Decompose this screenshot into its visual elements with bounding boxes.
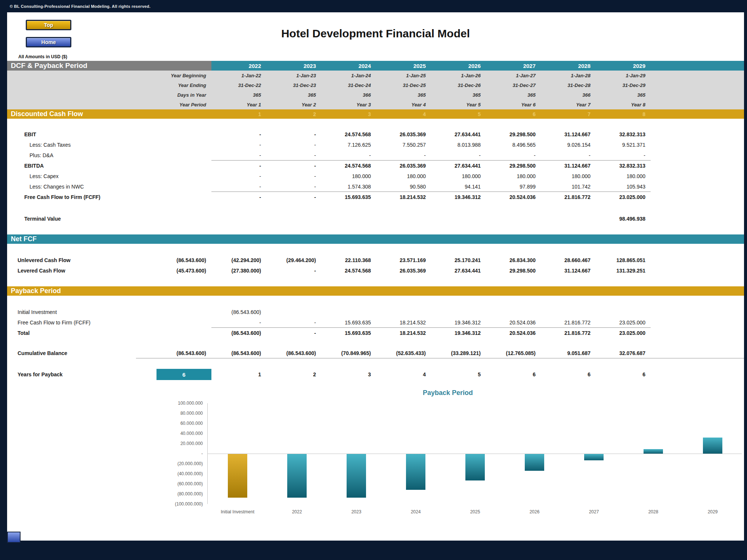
info-row-label[interactable]: Year Ending [7,83,211,88]
info-cell[interactable]: 31-Dec-29 [596,83,651,88]
info-cell[interactable]: Year 2 [266,102,321,108]
row-label[interactable]: Cumulative Balance [7,350,156,356]
value-cell[interactable]: - [596,152,651,158]
table-header-title[interactable]: DCF & Payback Period [7,61,211,71]
value-cell[interactable]: 15.693.635 [321,330,376,336]
info-cell[interactable]: Year 6 [486,102,541,108]
value-cell[interactable]: 7.550.257 [376,142,431,148]
row-label[interactable]: Terminal Value [7,216,156,222]
value-cell[interactable]: 26.035.369 [376,268,431,274]
info-row-label[interactable]: Year Period [7,102,211,108]
value-cell[interactable]: 21.816.772 [541,194,596,200]
value-cell[interactable]: - [486,152,541,158]
value-cell[interactable]: - [211,163,266,169]
value-cell[interactable]: 18.214.532 [376,320,431,326]
row-label[interactable]: Unlevered Cash Flow [7,257,156,263]
value-cell[interactable]: 24.574.568 [321,131,376,137]
row-label[interactable]: Plus: D&A [7,152,156,158]
value-cell[interactable]: 3 [321,371,376,377]
value-cell[interactable]: 180.000 [486,173,541,179]
value-cell[interactable]: 26.035.369 [376,131,431,137]
value-cell[interactable]: 180.000 [431,173,486,179]
value-cell[interactable]: - [431,152,486,158]
value-cell[interactable]: 15.693.635 [321,320,376,326]
value-cell[interactable]: (86.543.600) [266,350,321,356]
value-cell[interactable]: 29.298.500 [486,268,541,274]
value-cell[interactable]: 9.521.371 [596,142,651,148]
value-cell[interactable]: - [266,163,321,169]
value-cell[interactable]: 32.832.313 [596,131,651,137]
value-cell[interactable]: 25.170.241 [431,257,486,263]
row-label[interactable]: Levered Cash Flow [7,268,156,274]
value-cell[interactable]: - [211,142,266,148]
value-cell[interactable]: - [211,194,266,200]
value-cell[interactable]: (52.635.433) [376,350,431,356]
value-cell[interactable]: 7.126.625 [321,142,376,148]
value-cell[interactable]: 29.298.500 [486,131,541,137]
value-cell[interactable]: 180.000 [596,173,651,179]
value-cell[interactable]: 131.329.251 [596,268,651,274]
info-cell[interactable]: 366 [321,92,376,98]
value-cell[interactable]: 15.693.635 [321,194,376,200]
info-cell[interactable]: 366 [541,92,596,98]
year-header[interactable]: 2025 [376,63,431,69]
info-cell[interactable]: 365 [376,92,431,98]
info-cell[interactable]: 365 [211,92,266,98]
value-cell[interactable]: (70.849.965) [321,350,376,356]
value-cell[interactable]: 180.000 [321,173,376,179]
value-cell[interactable]: 8.496.565 [486,142,541,148]
value-cell[interactable]: 2 [266,371,321,377]
year-header[interactable]: 2029 [596,63,651,69]
info-cell[interactable]: 1-Jan-26 [431,73,486,78]
value-cell[interactable]: - [541,152,596,158]
value-cell[interactable]: 20.524.036 [486,320,541,326]
value-cell[interactable]: (45.473.600) [156,268,211,274]
row-label[interactable]: Years for Payback [7,371,156,377]
top-button[interactable]: Top [26,20,71,30]
value-cell[interactable]: 31.124.667 [541,268,596,274]
value-cell[interactable]: 6 [596,371,651,377]
value-cell[interactable]: 19.346.312 [431,194,486,200]
value-cell[interactable]: 8.013.988 [431,142,486,148]
info-cell[interactable]: 365 [596,92,651,98]
bottom-left-button[interactable] [7,532,21,543]
value-cell[interactable]: 180.000 [376,173,431,179]
value-cell[interactable]: - [266,131,321,137]
value-cell[interactable]: - [211,152,266,158]
value-cell[interactable]: 27.634.441 [431,268,486,274]
row-label[interactable]: Initial Investment [7,309,156,315]
row-label[interactable]: Less: Cash Taxes [7,142,156,148]
row-label[interactable]: Total [7,330,156,336]
value-cell[interactable]: (86.543.600) [211,309,266,315]
value-cell[interactable]: 32.832.313 [596,163,651,169]
value-cell[interactable]: (86.543.600) [156,257,211,263]
value-cell[interactable]: 128.865.051 [596,257,651,263]
row-label[interactable]: Less: Changes in NWC [7,184,156,190]
value-cell[interactable]: 23.025.000 [596,320,651,326]
info-cell[interactable]: 365 [431,92,486,98]
value-cell[interactable]: 1.574.308 [321,184,376,190]
value-cell[interactable]: (29.464.200) [266,257,321,263]
value-cell[interactable]: (12.765.085) [486,350,541,356]
year-header[interactable]: 2026 [431,63,486,69]
value-cell[interactable]: - [321,152,376,158]
info-cell[interactable]: 1-Jan-24 [321,73,376,78]
value-cell[interactable]: 180.000 [541,173,596,179]
value-cell[interactable]: 22.110.368 [321,257,376,263]
value-cell[interactable]: 19.346.312 [431,320,486,326]
year-header[interactable]: 2022 [211,63,266,69]
value-cell[interactable]: 9.026.154 [541,142,596,148]
value-cell[interactable]: 6 [541,371,596,377]
info-cell[interactable]: Year 4 [376,102,431,108]
info-cell[interactable]: 31-Dec-27 [486,83,541,88]
value-cell[interactable]: 19.346.312 [431,330,486,336]
value-cell[interactable]: - [376,152,431,158]
value-cell[interactable]: 24.574.568 [321,268,376,274]
row-label[interactable]: Free Cash Flow to Firm (FCFF) [7,194,156,200]
value-cell[interactable]: - [266,173,321,179]
value-cell[interactable]: 6 [486,371,541,377]
info-cell[interactable]: 1-Jan-23 [266,73,321,78]
value-cell[interactable]: - [266,194,321,200]
value-cell[interactable]: 27.634.441 [431,131,486,137]
value-cell[interactable]: - [266,268,321,274]
